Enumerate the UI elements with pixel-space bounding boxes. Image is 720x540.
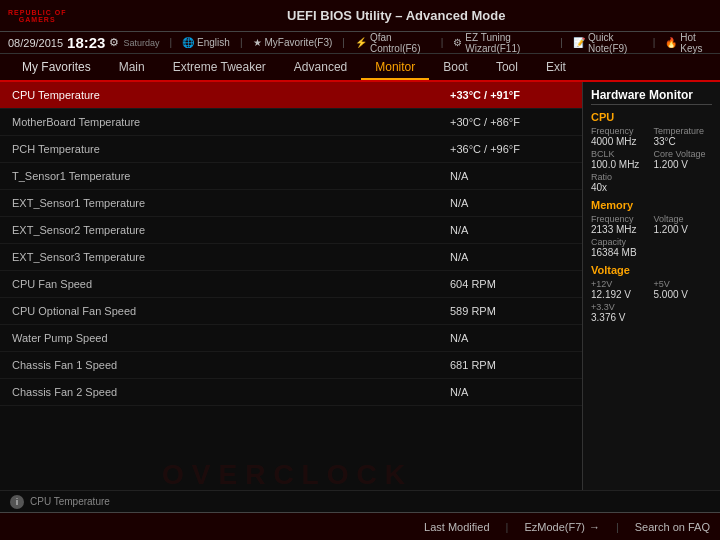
bios-title: UEFI BIOS Utility – Advanced Mode [80,8,712,23]
v12-label: +12V [591,279,650,289]
v5-label: +5V [654,279,713,289]
ez-mode-button[interactable]: EzMode(F7) → [524,521,600,533]
nav-item-main[interactable]: Main [105,56,159,78]
nav-item-monitor[interactable]: Monitor [361,56,429,80]
cpu-bclk-label: BCLK [591,149,650,159]
row-value: +36°C / +96°F [450,143,570,155]
table-row[interactable]: EXT_Sensor3 Temperature N/A [0,244,582,271]
nav-item-my-favorites[interactable]: My Favorites [8,56,105,78]
table-row[interactable]: Chassis Fan 1 Speed 681 RPM [0,352,582,379]
fire-icon: 🔥 [665,37,677,48]
row-label: CPU Optional Fan Speed [12,305,450,317]
table-row[interactable]: PCH Temperature +36°C / +96°F [0,136,582,163]
qfan-icon: ⚡ [355,37,367,48]
info-icon: i [10,495,24,509]
cpu-ratio-value: 40x [591,182,650,193]
info-bar: 08/29/2015 18:23 ⚙ Saturday | 🌐 English … [0,32,720,54]
voltage-grid: +12V 12.192 V +5V 5.000 V +3.3V 3.376 V [591,279,712,323]
nav-item-advanced[interactable]: Advanced [280,56,361,78]
logo-line2: GAMERS [19,16,56,23]
rog-logo: REPUBLIC OF GAMERS [8,9,66,23]
row-label: PCH Temperature [12,143,450,155]
cpu-ratio-label: Ratio [591,172,650,182]
ez-item[interactable]: ⚙ EZ Tuning Wizard(F11) [453,32,550,54]
top-bar: REPUBLIC OF GAMERS UEFI BIOS Utility – A… [0,0,720,32]
row-value: +30°C / +86°F [450,116,570,128]
time: 18:23 [67,34,105,51]
cpu-bclk-value: 100.0 MHz [591,159,650,170]
main-content: CPU Temperature +33°C / +91°F MotherBoar… [0,82,720,490]
last-modified-label: Last Modified [424,521,489,533]
row-label: MotherBoard Temperature [12,116,450,128]
table-row[interactable]: CPU Fan Speed 604 RPM [0,271,582,298]
memory-grid: Frequency 2133 MHz Voltage 1.200 V Capac… [591,214,712,258]
table-row[interactable]: CPU Optional Fan Speed 589 RPM [0,298,582,325]
mem-freq-value: 2133 MHz [591,224,650,235]
v33-label: +3.3V [591,302,712,312]
note-label: Quick Note(F9) [588,32,643,54]
cpu-temp-value: 33°C [654,136,713,147]
nav-item-tool[interactable]: Tool [482,56,532,78]
row-value: N/A [450,170,570,182]
table-row[interactable]: Water Pump Speed N/A [0,325,582,352]
table-row[interactable]: CPU Temperature +33°C / +91°F [0,82,582,109]
cpu-section-title: CPU [591,111,712,123]
hotkeys-item[interactable]: 🔥 Hot Keys [665,32,712,54]
monitor-table: CPU Temperature +33°C / +91°F MotherBoar… [0,82,582,490]
row-value: 589 RPM [450,305,570,317]
cpu-grid: Frequency 4000 MHz Temperature 33°C BCLK… [591,126,712,193]
cpu-freq-value: 4000 MHz [591,136,650,147]
gear-icon[interactable]: ⚙ [109,36,119,49]
language-icon: 🌐 [182,37,194,48]
myfav-label: MyFavorite(F3) [265,37,333,48]
nav-item-exit[interactable]: Exit [532,56,580,78]
myfav-item[interactable]: ★ MyFavorite(F3) [253,37,333,48]
nav-item-extreme-tweaker[interactable]: Extreme Tweaker [159,56,280,78]
bottom-bar: Last Modified | EzMode(F7) → | Search on… [0,512,720,540]
tooltip-bar: i CPU Temperature [0,490,720,512]
v5-value: 5.000 V [654,289,713,300]
v33-value: 3.376 V [591,312,712,323]
logo-line1: REPUBLIC OF [8,9,66,16]
qfan-item[interactable]: ⚡ Qfan Control(F6) [355,32,431,54]
note-item[interactable]: 📝 Quick Note(F9) [573,32,643,54]
row-label: EXT_Sensor2 Temperature [12,224,450,236]
memory-section-title: Memory [591,199,712,211]
table-row[interactable]: MotherBoard Temperature +30°C / +86°F [0,109,582,136]
ez-label: EZ Tuning Wizard(F11) [465,32,550,54]
row-value: 604 RPM [450,278,570,290]
row-value: N/A [450,224,570,236]
row-value: +33°C / +91°F [450,89,570,101]
row-label: Chassis Fan 2 Speed [12,386,450,398]
cpu-freq-label: Frequency [591,126,650,136]
search-faq-button[interactable]: Search on FAQ [635,521,710,533]
nav-item-boot[interactable]: Boot [429,56,482,78]
language-item[interactable]: 🌐 English [182,37,230,48]
day: Saturday [123,38,159,48]
row-label: T_Sensor1 Temperature [12,170,450,182]
table-row[interactable]: EXT_Sensor2 Temperature N/A [0,217,582,244]
table-row[interactable]: EXT_Sensor1 Temperature N/A [0,190,582,217]
language-label: English [197,37,230,48]
mem-cap-value: 16384 MB [591,247,712,258]
last-modified: Last Modified [424,521,489,533]
table-row[interactable]: T_Sensor1 Temperature N/A [0,163,582,190]
row-value: 681 RPM [450,359,570,371]
table-row[interactable]: Chassis Fan 2 Speed N/A [0,379,582,406]
row-label: EXT_Sensor3 Temperature [12,251,450,263]
row-label: CPU Fan Speed [12,278,450,290]
nav-bar: My Favorites Main Extreme Tweaker Advanc… [0,54,720,82]
mem-volt-value: 1.200 V [654,224,713,235]
cpu-temp-label: Temperature [654,126,713,136]
cpu-voltage-label: Core Voltage [654,149,713,159]
row-label: EXT_Sensor1 Temperature [12,197,450,209]
cpu-voltage-value: 1.200 V [654,159,713,170]
voltage-section-title: Voltage [591,264,712,276]
row-label: Chassis Fan 1 Speed [12,359,450,371]
ez-icon: ⚙ [453,37,462,48]
mem-freq-label: Frequency [591,214,650,224]
mem-volt-label: Voltage [654,214,713,224]
myfav-icon: ★ [253,37,262,48]
row-value: N/A [450,197,570,209]
tooltip-text: CPU Temperature [30,496,110,507]
